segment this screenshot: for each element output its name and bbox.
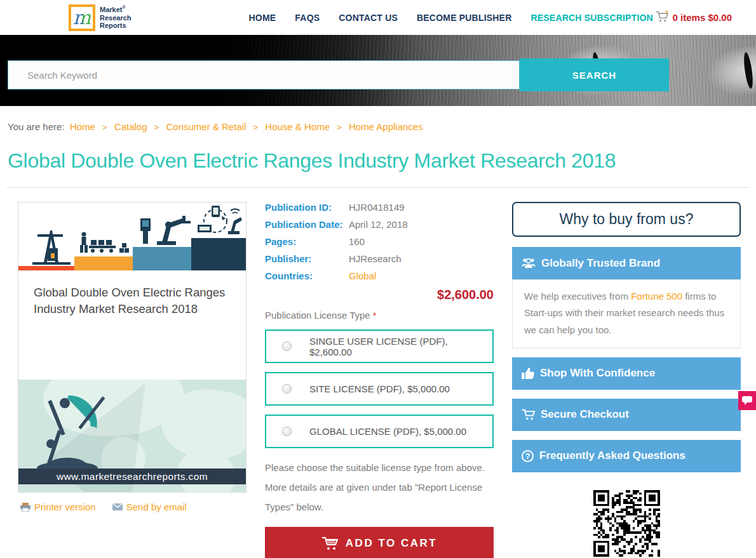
breadcrumb-consumer-retail[interactable]: Consumer & Retail [166,121,246,132]
countries-global-link[interactable]: Global [349,270,376,281]
license-note: Please choose the suitable license type … [265,458,494,517]
cover-step-orange [74,256,133,270]
add-to-cart-button[interactable]: ADD TO CART [265,527,494,558]
breadcrumb-house-home[interactable]: House & Home [265,121,330,132]
industry-illustration [18,203,246,270]
report-cover-column: Global Double Oven Electric Ranges Indus… [18,202,246,558]
main-content: Global Double Oven Electric Ranges Indus… [0,188,756,558]
nav-contact-us[interactable]: CONTACT US [339,13,398,23]
logo-wordmark: Market® Research Reports [100,5,132,30]
cart-summary: 0 items $0.00 [673,12,732,23]
detail-publisher: Publisher: HJResearch [265,253,494,264]
main-nav: HOME FAQS CONTACT US BECOME PUBLISHER RE… [249,13,653,23]
robot-arm-icon [140,213,191,246]
detail-publication-date: Publication Date: April 12, 2018 [265,219,494,230]
printer-version-link[interactable]: Printer version [20,502,96,512]
nav-home[interactable]: HOME [249,13,276,23]
sidebar-column: Why to buy from us? Globally Trusted Bra… [512,202,741,558]
page-title: Global Double Oven Electric Ranges Indus… [8,149,748,173]
question-circle-icon: ? [522,450,534,462]
panel-frequently-asked-questions[interactable]: ? Frequently Asked Questions [512,440,741,472]
site-logo[interactable]: m Market® Research Reports [69,4,132,31]
logo-monogram: m [73,8,91,27]
site-header: m Market® Research Reports HOME FAQS CON… [0,0,756,35]
qr-code [593,490,660,557]
cover-step-navy [191,238,246,270]
cover-title-text: Global Double Oven Electric Ranges Indus… [18,270,246,380]
license-type-label: Publication License Type * [265,310,494,321]
cover-map-graphic: www.marketresearchreports.com [18,380,246,492]
nav-faqs[interactable]: FAQS [295,13,320,23]
cart-icon [522,409,535,420]
fortune-500-link[interactable]: Fortune 500 [631,291,682,302]
radio-button[interactable] [282,384,292,394]
report-cover-image: Global Double Oven Electric Ranges Indus… [18,202,246,493]
license-option-site[interactable]: SITE LICENSE (PDF), $5,000.00 [265,372,494,406]
nav-research-subscription[interactable]: RESEARCH SUBSCRIPTION [530,13,652,23]
panel-shop-with-confidence: Shop With Confidence [512,357,741,390]
cart-icon [321,536,338,550]
hero-banner: SEARCH [0,35,756,106]
search-input[interactable] [8,60,520,90]
breadcrumb-home-appliances[interactable]: Home Appliances [349,121,423,132]
cart-icon [656,11,668,25]
thumbs-up-icon [522,368,534,380]
cover-step-red [18,266,74,270]
search-button[interactable]: SEARCH [520,58,669,91]
breadcrumb: You are here: Home > Catalog > Consumer … [0,106,756,132]
assembly-line-icon [79,232,129,256]
report-details-column: Publication ID: HJR0418149 Publication D… [265,202,494,558]
why-buy-box: Why to buy from us? [512,202,741,237]
search-bar: SEARCH [8,58,669,91]
users-icon [522,258,536,269]
oil-rig-icon [32,227,71,266]
license-option-global[interactable]: GLOBAL LICENSE (PDF), $5,000.00 [265,415,494,448]
smart-automation-icon [194,204,245,236]
breadcrumb-prefix: You are here: [8,121,65,132]
logo-mark: m [69,4,95,31]
detail-countries: Countries: Global [265,270,494,281]
send-by-email-link[interactable]: Send by email [112,502,187,512]
chat-widget-button[interactable] [738,391,756,410]
detail-publication-id: Publication ID: HJR0418149 [265,202,494,213]
panel-secure-checkout: Secure Checkout [512,399,741,431]
cover-action-links: Printer version Send by email [18,502,246,512]
printer-icon [20,503,30,512]
header-cart[interactable]: 0 items $0.00 [656,11,732,25]
email-icon [112,503,123,510]
radio-button[interactable] [282,427,292,436]
breadcrumb-catalog[interactable]: Catalog [114,121,147,132]
panel-globally-trusted-brand: Globally Trusted Brand [512,247,741,279]
license-option-single-user[interactable]: SINGLE USER LICENSE (PDF), $2,600.00 [265,329,494,363]
trusted-brand-text: We help executives from Fortune 500 firm… [512,279,741,349]
desk-lamp-icon [28,385,114,474]
detail-pages: Pages: 160 [265,236,494,247]
speech-bubble-icon [742,396,752,405]
nav-become-publisher[interactable]: BECOME PUBLISHER [417,13,511,23]
report-price: $2,600.00 [265,288,494,302]
qr-code-block [512,490,741,558]
cover-step-blue [133,247,191,270]
breadcrumb-home[interactable]: Home [70,121,95,132]
cover-website-bar: www.marketresearchreports.com [18,468,246,484]
radio-button[interactable] [282,342,292,351]
